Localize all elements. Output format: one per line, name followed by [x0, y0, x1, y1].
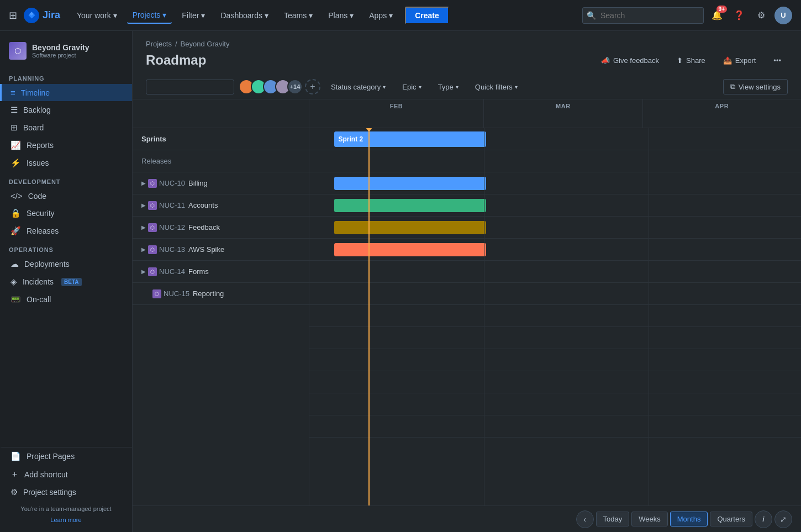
notifications-button[interactable]: 🔔 9+ — [708, 7, 726, 24]
page-actions: 📣 Give feedback ⬆ Share 📤 Export ••• — [594, 53, 788, 68]
sidebar-item-reports[interactable]: 📈 Reports — [0, 136, 132, 154]
roadmap-timeline: Sprint 2 — [309, 128, 801, 505]
feedback-bar[interactable] — [334, 221, 487, 234]
create-button[interactable]: Create — [405, 7, 449, 24]
nav-your-work[interactable]: Your work ▾ — [71, 8, 123, 23]
search-input-wrap: 🔍 — [582, 7, 704, 24]
help-button[interactable]: ❓ — [730, 7, 748, 24]
issue-row-nuc12[interactable]: ▶ ⬡ NUC-12 Feedback — [133, 217, 309, 239]
nav-dashboards[interactable]: Dashboards ▾ — [215, 8, 274, 23]
sidebar-project-header: ⬡ Beyond Gravity Software project — [0, 38, 132, 69]
search-input[interactable] — [582, 7, 704, 24]
sidebar-item-security[interactable]: 🔒 Security — [0, 204, 132, 222]
sidebar-item-oncall[interactable]: 📟 On-call — [0, 291, 132, 308]
issue-row-nuc14[interactable]: ▶ ⬡ NUC-14 Forms — [133, 261, 309, 283]
expand-icon[interactable]: ▶ — [141, 246, 146, 252]
more-actions-button[interactable]: ••• — [767, 53, 788, 68]
assignee-filter: +14 + — [239, 79, 320, 94]
project-name: Beyond Gravity — [32, 43, 89, 52]
quick-filters-filter[interactable]: Quick filters ▾ — [469, 80, 524, 94]
expand-icon[interactable]: ▶ — [141, 224, 146, 230]
sprint-timeline-row: Sprint 2 — [309, 128, 801, 150]
page-header: Projects / Beyond Gravity Roadmap 📣 Give… — [133, 31, 801, 75]
accounts-bar[interactable] — [334, 199, 487, 212]
sidebar-item-incidents[interactable]: ◈ Incidents BETA — [0, 273, 132, 291]
grid-icon[interactable]: ⊞ — [9, 9, 17, 22]
breadcrumb-project-link[interactable]: Beyond Gravity — [181, 40, 230, 48]
main-content: Projects / Beyond Gravity Roadmap 📣 Give… — [133, 31, 801, 532]
releases-timeline-row — [309, 150, 801, 172]
deployments-icon: ☁ — [10, 259, 19, 269]
billing-bar[interactable] — [334, 177, 487, 190]
releases-row-header: Releases — [133, 150, 309, 172]
add-assignee-button[interactable]: + — [305, 79, 320, 94]
breadcrumb-projects-link[interactable]: Projects — [146, 40, 172, 48]
issue-row-nuc11[interactable]: ▶ ⬡ NUC-11 Accounts — [133, 194, 309, 217]
issue-row-nuc13[interactable]: ▶ ⬡ NUC-13 AWS Spike — [133, 239, 309, 261]
settings-button[interactable]: ⚙ — [752, 7, 770, 24]
sidebar-item-project-pages[interactable]: 📄 Project Pages — [0, 447, 132, 465]
expand-icon[interactable]: ▶ — [141, 180, 146, 186]
sprints-row-header: Sprints — [133, 128, 309, 150]
nav-plans[interactable]: Plans ▾ — [323, 8, 359, 23]
today-marker — [366, 128, 372, 132]
roadmap-area: FEB MAR APR Sp — [133, 99, 801, 532]
issue-type-icon: ⬡ — [148, 201, 157, 210]
epic-chevron-icon: ▾ — [419, 84, 421, 90]
sidebar-item-project-settings[interactable]: ⚙ Project settings — [0, 483, 132, 501]
operations-section-label: OPERATIONS — [0, 240, 132, 255]
weeks-button[interactable]: Weeks — [631, 512, 668, 526]
development-section-label: DEVELOPMENT — [0, 172, 132, 187]
avatar-extra[interactable]: +14 — [287, 79, 303, 94]
timeline-row-nuc15 — [309, 283, 801, 305]
timeline-row-empty-1 — [309, 305, 801, 327]
nav-teams[interactable]: Teams ▾ — [278, 8, 318, 23]
status-category-filter[interactable]: Status category ▾ — [325, 80, 392, 94]
nav-projects[interactable]: Projects ▾ — [127, 7, 172, 24]
notifications-badge: 9+ — [716, 6, 727, 13]
code-icon: </> — [10, 191, 23, 201]
sidebar-item-code[interactable]: </> Code — [0, 187, 132, 204]
type-filter[interactable]: Type ▾ — [432, 80, 465, 94]
footer-learn-more-link[interactable]: Learn more — [0, 517, 132, 525]
issue-type-icon: ⬡ — [148, 223, 157, 232]
nav-apps[interactable]: Apps ▾ — [363, 8, 398, 23]
expand-icon[interactable]: ▶ — [141, 268, 146, 275]
view-settings-button[interactable]: ⧉ View settings — [723, 79, 788, 94]
sidebar-item-add-shortcut[interactable]: ＋ Add shortcut — [0, 465, 132, 483]
more-icon: ••• — [773, 56, 781, 65]
toolbar-search-input[interactable] — [146, 80, 234, 94]
sidebar-item-backlog[interactable]: ☰ Backlog — [0, 101, 132, 119]
export-button[interactable]: 📤 Export — [716, 53, 763, 68]
timeline-left-header — [133, 99, 309, 128]
sidebar-item-board[interactable]: ⊞ Board — [0, 119, 132, 136]
user-avatar[interactable]: U — [774, 7, 792, 24]
toolbar-search-wrap: 🔍 — [146, 80, 234, 94]
issue-row-nuc15[interactable]: ⬡ NUC-15 Reporting — [133, 283, 309, 305]
sidebar-item-timeline[interactable]: ≡ Timeline — [0, 84, 132, 101]
status-chevron-icon: ▾ — [383, 84, 386, 90]
epic-filter[interactable]: Epic ▾ — [396, 80, 427, 94]
issue-row-nuc10[interactable]: ▶ ⬡ NUC-10 Billing — [133, 172, 309, 194]
share-button[interactable]: ⬆ Share — [670, 53, 712, 68]
sidebar-item-releases[interactable]: 🚀 Releases — [0, 222, 132, 240]
sidebar-item-deployments[interactable]: ☁ Deployments — [0, 255, 132, 273]
quarters-button[interactable]: Quarters — [710, 512, 752, 526]
info-button[interactable]: i — [755, 510, 772, 528]
months-button[interactable]: Months — [670, 512, 708, 526]
nav-logo[interactable]: Jira — [24, 8, 60, 23]
sidebar-item-issues[interactable]: ⚡ Issues — [0, 154, 132, 172]
project-type: Software project — [32, 52, 89, 59]
issue-type-icon: ⬡ — [148, 179, 157, 188]
scroll-left-button[interactable]: ‹ — [576, 510, 594, 528]
feedback-button[interactable]: 📣 Give feedback — [594, 53, 666, 68]
aws-spike-bar[interactable] — [334, 243, 487, 256]
today-button[interactable]: Today — [596, 512, 630, 526]
expand-button[interactable]: ⤢ — [774, 510, 792, 528]
sprint-2-bar: Sprint 2 — [334, 131, 487, 147]
timeline-row-empty-5 — [309, 393, 801, 415]
nav-filter[interactable]: Filter ▾ — [176, 8, 210, 23]
breadcrumb-separator: / — [175, 40, 177, 48]
expand-icon[interactable]: ▶ — [141, 202, 146, 208]
security-icon: 🔒 — [10, 208, 21, 218]
